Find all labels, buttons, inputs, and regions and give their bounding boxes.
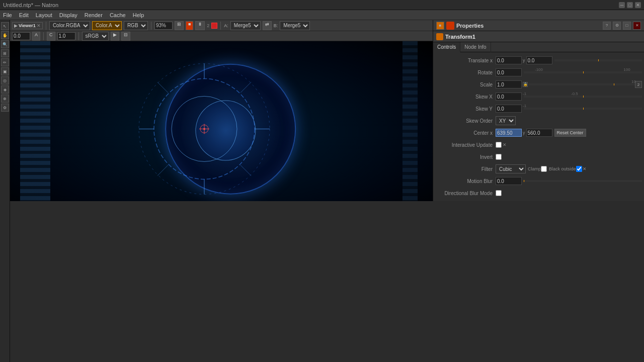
content-area: ▶ Viewer1 ✕ Color.RGBA Color.A RGB: [10, 20, 644, 362]
main-layout: ↖ ✋ 🔍 ⊞ ✏ ▣ ◎ ◈ ⊕ ⚙ ▶ Viewer1 ✕: [0, 20, 644, 362]
menu-layout[interactable]: Layout: [36, 12, 52, 18]
center-x-input[interactable]: [496, 129, 522, 137]
title-bar: Untitled.ntp* — Natron ─ □ ✕: [0, 0, 644, 10]
skew-x-label: Skew X: [435, 94, 496, 100]
window-buttons[interactable]: ─ □ ✕: [619, 2, 641, 8]
interactive-update-row: Interactive Update ✕: [435, 140, 642, 150]
merge-a-select[interactable]: Merge5: [230, 21, 261, 30]
motion-blur-slider: [524, 180, 642, 182]
skew-order-select[interactable]: XY YX: [496, 116, 516, 125]
props-icon: ■: [436, 22, 444, 30]
lock-scale-btn[interactable]: 🔒: [523, 82, 528, 87]
safe-zones-btn[interactable]: ⊟: [121, 32, 130, 41]
colorspace-select[interactable]: sRGB: [82, 32, 109, 41]
sep1: [46, 22, 46, 30]
filter-row: Filter Cubic Bilinear Box Clamp Black ou…: [435, 164, 642, 174]
props-btn-3[interactable]: □: [623, 22, 631, 30]
props-tabs: Controls Node Info: [433, 42, 644, 52]
center-y-input[interactable]: [526, 129, 552, 137]
tool-select[interactable]: ▣: [1, 67, 9, 75]
merge-b-label: B:: [274, 23, 278, 28]
interactive-update-close[interactable]: ✕: [503, 142, 507, 147]
svg-line-9: [157, 165, 168, 175]
sep4: [43, 32, 44, 40]
invert-check[interactable]: [496, 154, 502, 160]
dir-blur-check[interactable]: [496, 190, 502, 196]
properties-title: Properties: [456, 23, 484, 29]
rotate-row: Rotate -100 100: [435, 67, 642, 77]
dir-blur-label: Directional Blur Mode: [435, 191, 496, 196]
center-row: Center x y Reset Center: [435, 128, 642, 138]
filter-label: Filter: [435, 166, 496, 172]
rotate-label: Rotate: [435, 70, 496, 75]
node-name: Transform1: [445, 34, 475, 40]
tool-extra[interactable]: ⊕: [1, 95, 9, 103]
scale-link-btn[interactable]: 2: [635, 81, 642, 88]
proxy-btn[interactable]: ■: [186, 21, 193, 30]
channels-btn[interactable]: C: [47, 32, 55, 41]
skew-y-input[interactable]: [496, 105, 522, 113]
close-button[interactable]: ✕: [635, 2, 641, 8]
black-outside-check[interactable]: [576, 166, 582, 172]
tool-zoom[interactable]: 🔍: [1, 40, 9, 48]
reset-center-btn[interactable]: Reset Center: [554, 129, 586, 137]
sep3: [220, 22, 221, 30]
tool-draw[interactable]: ✏: [1, 58, 9, 66]
zoom-input[interactable]: [154, 22, 173, 30]
svg-line-8: [240, 82, 251, 93]
minimize-button[interactable]: ─: [619, 2, 625, 8]
maximize-button[interactable]: □: [627, 2, 633, 8]
clip-btn[interactable]: ▶: [111, 32, 119, 41]
tool-color[interactable]: ◈: [1, 85, 9, 94]
menu-edit[interactable]: Edit: [19, 12, 29, 18]
film-strip-left: [20, 41, 50, 201]
props-content: Translate x y Rotate: [433, 52, 644, 201]
tool-mask[interactable]: ◎: [1, 76, 9, 84]
black-outside-close[interactable]: ✕: [583, 166, 587, 171]
props-btn-4[interactable]: ✕: [633, 22, 641, 30]
translate-row: Translate x y: [435, 55, 642, 65]
clamp-check[interactable]: [541, 166, 547, 172]
menu-cache[interactable]: Cache: [110, 12, 126, 18]
motion-blur-input[interactable]: [496, 177, 522, 185]
tool-crop[interactable]: ⊞: [1, 49, 9, 57]
scale-row: Scale 🔒 10 2: [435, 79, 642, 89]
tool-arrow[interactable]: ↖: [1, 22, 9, 30]
ptab-controls[interactable]: Controls: [433, 42, 460, 52]
fit-btn[interactable]: ⊞: [175, 21, 184, 30]
menu-display[interactable]: Display: [59, 12, 77, 18]
filter-select[interactable]: Cubic Bilinear Box: [496, 164, 526, 173]
translate-x-input[interactable]: [496, 56, 522, 64]
menu-file[interactable]: File: [3, 12, 12, 18]
props-btn-2[interactable]: ⚙: [613, 22, 621, 30]
node-color-indicator: [446, 22, 454, 30]
swap-btn[interactable]: ⇄: [263, 21, 272, 30]
skew-order-row: Skew Order XY YX: [435, 116, 642, 126]
layer-select[interactable]: Color.A: [92, 21, 122, 30]
scale-label: Scale: [435, 82, 496, 87]
merge-b-select[interactable]: Merge5: [280, 21, 310, 30]
scale-input[interactable]: [496, 80, 522, 88]
skew-x-input[interactable]: [496, 93, 522, 101]
format-select[interactable]: RGB: [124, 21, 148, 30]
pause-btn[interactable]: ⏸: [195, 21, 205, 30]
gamma-input[interactable]: [57, 32, 75, 40]
channel-select[interactable]: Color.RGBA: [49, 21, 90, 30]
translate-y-input[interactable]: [526, 56, 552, 64]
film-strip-right: [403, 41, 418, 201]
svg-line-10: [240, 165, 251, 175]
shutter-row: Shutter: [435, 200, 642, 201]
viewer-close[interactable]: ✕: [37, 23, 41, 28]
menu-help[interactable]: Help: [133, 12, 144, 18]
interactive-update-label: Interactive Update: [435, 142, 496, 148]
props-btn-1[interactable]: ?: [603, 22, 611, 30]
tool-settings[interactable]: ⚙: [1, 104, 9, 112]
menu-render[interactable]: Render: [85, 12, 103, 18]
ptab-node-info[interactable]: Node Info: [460, 42, 491, 52]
skew-order-label: Skew Order: [435, 118, 496, 124]
interactive-update-check[interactable]: [496, 142, 502, 148]
auto-gain-btn[interactable]: A: [32, 32, 40, 41]
rotate-input[interactable]: [496, 68, 522, 76]
exposure-input[interactable]: [12, 32, 30, 40]
tool-hand[interactable]: ✋: [1, 31, 9, 39]
